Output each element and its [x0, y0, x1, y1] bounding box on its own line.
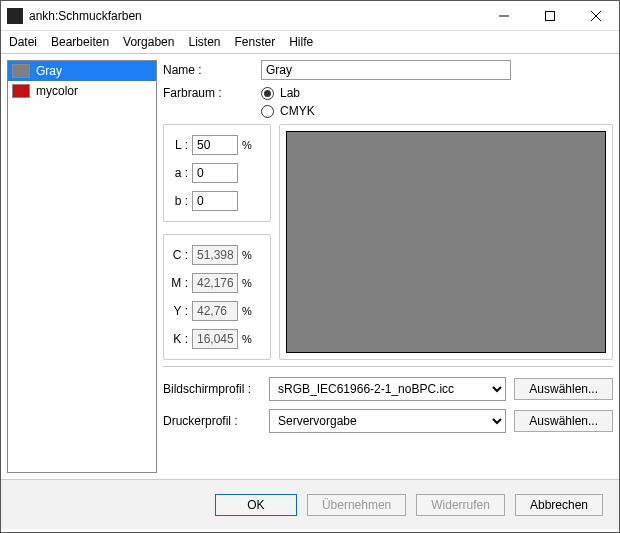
cmyk-m-label: M : [170, 276, 188, 290]
workarea: Gray mycolor Name : Farbraum : Lab CMYK [1, 54, 619, 479]
percent-label: % [242, 333, 252, 345]
lab-a-label: a : [170, 166, 188, 180]
radio-icon [261, 105, 274, 118]
lab-b-label: b : [170, 194, 188, 208]
screen-profile-label: Bildschirmprofil : [163, 382, 261, 396]
printer-profile-label: Druckerprofil : [163, 414, 261, 428]
printer-profile-choose-button[interactable]: Auswählen... [514, 410, 613, 432]
apply-button[interactable]: Übernehmen [307, 494, 406, 516]
menu-hilfe[interactable]: Hilfe [289, 35, 313, 49]
radio-cmyk-label: CMYK [280, 104, 315, 118]
radio-cmyk[interactable]: CMYK [261, 104, 315, 118]
colorspace-label: Farbraum : [163, 86, 253, 100]
color-swatch [12, 84, 30, 98]
color-list-item[interactable]: mycolor [8, 81, 156, 101]
colorspace-row: Farbraum : Lab CMYK [163, 86, 613, 118]
titlebar: ankh:Schmuckfarben [1, 1, 619, 31]
percent-label: % [242, 277, 252, 289]
lab-group: L : % a : b : [163, 124, 271, 222]
color-swatch [12, 64, 30, 78]
menu-datei[interactable]: Datei [9, 35, 37, 49]
ok-button[interactable]: OK [215, 494, 297, 516]
preview-frame [279, 124, 613, 360]
radio-icon [261, 87, 274, 100]
main-panel: Name : Farbraum : Lab CMYK L : [163, 60, 613, 473]
lab-l-input[interactable] [192, 135, 238, 155]
color-preview [286, 131, 606, 353]
radio-lab[interactable]: Lab [261, 86, 315, 100]
lab-a-input[interactable] [192, 163, 238, 183]
menu-fenster[interactable]: Fenster [234, 35, 275, 49]
revert-button[interactable]: Widerrufen [416, 494, 505, 516]
color-list-label: mycolor [36, 84, 78, 98]
cmyk-m-value [192, 273, 238, 293]
radio-lab-label: Lab [280, 86, 300, 100]
name-input[interactable] [261, 60, 511, 80]
window-title: ankh:Schmuckfarben [29, 9, 481, 23]
percent-label: % [242, 305, 252, 317]
printer-profile-row: Druckerprofil : Servervorgabe Auswählen.… [163, 409, 613, 433]
minimize-button[interactable] [481, 1, 527, 30]
color-list-item[interactable]: Gray [8, 61, 156, 81]
menu-bearbeiten[interactable]: Bearbeiten [51, 35, 109, 49]
lab-b-input[interactable] [192, 191, 238, 211]
close-button[interactable] [573, 1, 619, 30]
cmyk-c-label: C : [170, 248, 188, 262]
percent-label: % [242, 249, 252, 261]
cmyk-y-label: Y : [170, 304, 188, 318]
cmyk-k-label: K : [170, 332, 188, 346]
app-icon [7, 8, 23, 24]
name-label: Name : [163, 63, 253, 77]
color-list-label: Gray [36, 64, 62, 78]
lab-l-label: L : [170, 138, 188, 152]
cmyk-k-value [192, 329, 238, 349]
screen-profile-choose-button[interactable]: Auswählen... [514, 378, 613, 400]
screen-profile-row: Bildschirmprofil : sRGB_IEC61966-2-1_noB… [163, 377, 613, 401]
cmyk-c-value [192, 245, 238, 265]
printer-profile-select[interactable]: Servervorgabe [269, 409, 506, 433]
menu-listen[interactable]: Listen [188, 35, 220, 49]
value-column: L : % a : b : C : [163, 124, 271, 360]
cmyk-y-value [192, 301, 238, 321]
name-row: Name : [163, 60, 613, 80]
color-list[interactable]: Gray mycolor [7, 60, 157, 473]
menubar: Datei Bearbeiten Vorgaben Listen Fenster… [1, 31, 619, 54]
footer: OK Übernehmen Widerrufen Abbrechen [1, 479, 619, 529]
colorspace-radios: Lab CMYK [261, 86, 315, 118]
percent-label: % [242, 139, 252, 151]
window-controls [481, 1, 619, 30]
svg-rect-1 [546, 11, 555, 20]
cmyk-group: C : % M : % Y : % K : [163, 234, 271, 360]
screen-profile-select[interactable]: sRGB_IEC61966-2-1_noBPC.icc [269, 377, 506, 401]
cancel-button[interactable]: Abbrechen [515, 494, 603, 516]
menu-vorgaben[interactable]: Vorgaben [123, 35, 174, 49]
profiles: Bildschirmprofil : sRGB_IEC61966-2-1_noB… [163, 366, 613, 433]
maximize-button[interactable] [527, 1, 573, 30]
mid-area: L : % a : b : C : [163, 124, 613, 360]
